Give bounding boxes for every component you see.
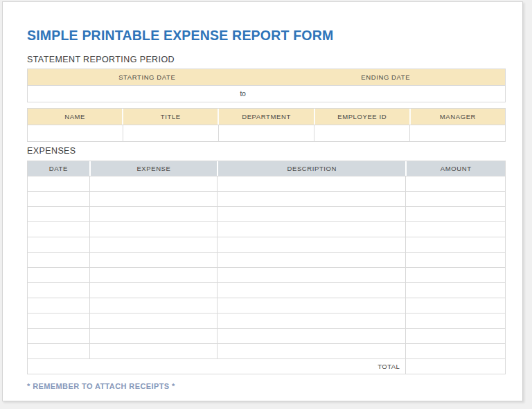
expense-date-cell[interactable] (28, 222, 89, 237)
expense-amount-cell[interactable] (405, 207, 505, 221)
title-field[interactable] (123, 125, 218, 141)
employee-entry-row (28, 125, 505, 141)
expense-amount-cell[interactable] (405, 268, 505, 282)
page-title: SIMPLE PRINTABLE EXPENSE REPORT FORM (27, 28, 505, 44)
expense-amount-cell[interactable] (405, 222, 505, 237)
expense-amount-cell[interactable] (405, 253, 505, 267)
expense-row (28, 313, 505, 328)
date-header: DATE (28, 161, 89, 176)
expenses-table-body (28, 176, 505, 358)
expense-name-cell[interactable] (89, 329, 217, 343)
expense-date-cell[interactable] (28, 298, 89, 313)
title-header: TITLE (122, 109, 218, 125)
period-entry-row: to (28, 85, 505, 102)
period-separator-label: to (240, 86, 246, 102)
expense-row (28, 328, 505, 343)
expense-name-cell[interactable] (89, 283, 217, 298)
expense-description-cell[interactable] (217, 344, 405, 358)
manager-field[interactable] (409, 125, 505, 141)
expense-row (28, 221, 505, 237)
statement-section-heading: STATEMENT REPORTING PERIOD (27, 54, 505, 65)
amount-header: AMOUNT (405, 161, 505, 176)
expense-description-cell[interactable] (217, 268, 405, 282)
expense-name-cell[interactable] (89, 298, 217, 313)
expense-description-cell[interactable] (217, 207, 405, 221)
expense-row (28, 176, 505, 191)
expense-row (28, 343, 505, 358)
expense-name-cell[interactable] (89, 192, 217, 206)
document-page: SIMPLE PRINTABLE EXPENSE REPORT FORM STA… (2, 1, 523, 401)
expense-row (28, 206, 505, 221)
name-header: NAME (28, 109, 122, 125)
expense-date-cell[interactable] (28, 237, 89, 252)
receipts-reminder-note: * REMEMBER TO ATTACH RECEIPTS * (27, 382, 505, 390)
expense-description-cell[interactable] (217, 298, 405, 313)
expense-name-cell[interactable] (89, 253, 217, 267)
expense-amount-cell[interactable] (405, 176, 505, 191)
department-field[interactable] (218, 125, 314, 141)
expense-name-cell[interactable] (89, 268, 217, 282)
manager-header: MANAGER (409, 109, 505, 125)
expense-description-cell[interactable] (217, 222, 405, 237)
ending-date-header: ENDING DATE (267, 69, 506, 85)
expense-row (28, 267, 505, 282)
expense-date-cell[interactable] (28, 192, 89, 206)
expense-amount-cell[interactable] (405, 237, 505, 252)
ending-date-field[interactable] (246, 86, 505, 102)
expense-header: EXPENSE (89, 161, 217, 176)
expense-row (28, 298, 505, 313)
expense-name-cell[interactable] (89, 313, 217, 328)
expense-row (28, 252, 505, 267)
total-row: TOTAL (28, 358, 505, 374)
expense-date-cell[interactable] (28, 344, 89, 358)
expenses-table: DATE EXPENSE DESCRIPTION AMOUNT (27, 161, 506, 374)
expenses-table-header: DATE EXPENSE DESCRIPTION AMOUNT (28, 161, 505, 176)
employee-info-table: NAME TITLE DEPARTMENT EMPLOYEE ID MANAGE… (27, 108, 506, 142)
expense-name-cell[interactable] (89, 344, 217, 358)
expense-amount-cell[interactable] (405, 283, 505, 298)
expense-amount-cell[interactable] (405, 329, 505, 343)
employee-table-header: NAME TITLE DEPARTMENT EMPLOYEE ID MANAGE… (28, 109, 505, 125)
expenses-section-heading: EXPENSES (27, 145, 505, 156)
expense-description-cell[interactable] (217, 313, 405, 328)
expense-row (28, 191, 505, 206)
department-header: DEPARTMENT (218, 109, 313, 125)
starting-date-field[interactable] (28, 86, 240, 102)
expense-row (28, 237, 505, 252)
expense-description-cell[interactable] (217, 283, 405, 298)
expense-date-cell[interactable] (28, 329, 89, 343)
employee-id-header: EMPLOYEE ID (314, 109, 409, 125)
expense-date-cell[interactable] (28, 253, 89, 267)
total-amount-field[interactable] (405, 359, 505, 374)
expense-description-cell[interactable] (217, 329, 405, 343)
expense-date-cell[interactable] (28, 283, 89, 298)
expense-description-cell[interactable] (217, 253, 405, 267)
total-label: TOTAL (28, 359, 405, 374)
expense-date-cell[interactable] (28, 313, 89, 328)
starting-date-header: STARTING DATE (28, 69, 267, 85)
expense-date-cell[interactable] (28, 207, 89, 221)
expense-name-cell[interactable] (89, 237, 217, 252)
expense-row (28, 282, 505, 298)
expense-name-cell[interactable] (89, 222, 217, 237)
expense-amount-cell[interactable] (405, 344, 505, 358)
expense-date-cell[interactable] (28, 176, 89, 191)
expense-description-cell[interactable] (217, 237, 405, 252)
expense-amount-cell[interactable] (405, 313, 505, 328)
name-field[interactable] (28, 125, 123, 141)
expense-amount-cell[interactable] (405, 298, 505, 313)
expense-amount-cell[interactable] (405, 192, 505, 206)
description-header: DESCRIPTION (217, 161, 405, 176)
expense-name-cell[interactable] (89, 207, 217, 221)
expense-description-cell[interactable] (217, 192, 405, 206)
expense-date-cell[interactable] (28, 268, 89, 282)
expense-description-cell[interactable] (217, 176, 405, 191)
period-table-header: STARTING DATE ENDING DATE (28, 69, 505, 85)
reporting-period-table: STARTING DATE ENDING DATE to (27, 69, 506, 102)
expense-name-cell[interactable] (89, 176, 217, 191)
employee-id-field[interactable] (314, 125, 409, 141)
